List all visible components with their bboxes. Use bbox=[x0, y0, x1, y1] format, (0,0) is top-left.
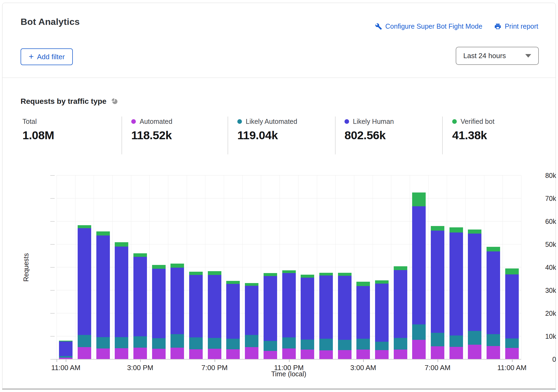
bar-segment-likely-human bbox=[319, 275, 333, 339]
gridline-v bbox=[521, 175, 521, 359]
bar-hour-13[interactable] bbox=[301, 275, 314, 359]
bar-hour-7[interactable] bbox=[189, 272, 203, 359]
chart-plot bbox=[57, 175, 521, 359]
bar-segment-likely-automated bbox=[245, 335, 258, 347]
gridline-v bbox=[298, 175, 298, 359]
configure-super-bot-fight-mode-link[interactable]: Configure Super Bot Fight Mode bbox=[375, 22, 482, 30]
gridline-v bbox=[131, 175, 131, 359]
x-tick-label: 11:00 AM bbox=[51, 364, 80, 372]
y-tick-mark bbox=[50, 221, 55, 222]
bar-segment-automated bbox=[505, 348, 519, 360]
bar-hour-21[interactable] bbox=[449, 227, 463, 359]
bar-segment-verified-bot bbox=[245, 283, 258, 286]
gridline-v bbox=[187, 175, 187, 359]
bar-segment-verified-bot bbox=[449, 227, 463, 232]
x-axis-line bbox=[52, 359, 521, 360]
bar-segment-automated bbox=[301, 350, 314, 359]
bar-hour-4[interactable] bbox=[133, 253, 147, 359]
stat-verified-bot-label: Verified bot bbox=[461, 118, 494, 125]
bar-hour-18[interactable] bbox=[394, 266, 407, 359]
stat-verified-bot-value: 41.38k bbox=[452, 129, 494, 142]
x-tick-label: 7:00 AM bbox=[425, 364, 450, 372]
bar-segment-verified-bot bbox=[115, 242, 128, 246]
time-range-select[interactable]: Last 24 hours bbox=[456, 47, 539, 65]
bar-hour-8[interactable] bbox=[208, 271, 221, 359]
bar-segment-likely-human bbox=[59, 341, 73, 356]
bar-segment-likely-human bbox=[282, 273, 296, 337]
bar-segment-verified-bot bbox=[208, 271, 221, 275]
stat-automated: Automated 118.52k bbox=[131, 118, 172, 142]
bar-hour-23[interactable] bbox=[487, 247, 500, 360]
bar-hour-17[interactable] bbox=[375, 280, 389, 359]
gridline-h bbox=[57, 175, 521, 175]
stat-divider bbox=[228, 117, 228, 154]
print-report-link[interactable]: Print report bbox=[494, 22, 538, 30]
bar-hour-12[interactable] bbox=[282, 270, 296, 359]
likely-human-dot-icon bbox=[344, 119, 349, 124]
bot-analytics-page: Bot Analytics Configure Super Bot Fight … bbox=[0, 0, 558, 392]
bar-segment-automated bbox=[264, 351, 277, 359]
print-link-label: Print report bbox=[505, 22, 538, 30]
bar-segment-verified-bot bbox=[338, 273, 352, 276]
bar-segment-likely-human bbox=[170, 268, 184, 334]
stat-total-label: Total bbox=[22, 118, 37, 125]
bar-segment-verified-bot bbox=[394, 266, 407, 270]
bar-hour-24[interactable] bbox=[505, 268, 519, 359]
bar-segment-likely-automated bbox=[115, 337, 128, 348]
bar-segment-automated bbox=[208, 349, 221, 359]
bar-hour-3[interactable] bbox=[115, 242, 128, 359]
bar-segment-verified-bot bbox=[133, 253, 147, 257]
bar-segment-verified-bot bbox=[505, 268, 519, 274]
x-tick-mark bbox=[438, 359, 438, 362]
bar-segment-automated bbox=[449, 347, 463, 359]
bar-segment-likely-human bbox=[245, 286, 258, 335]
bar-segment-automated bbox=[78, 347, 91, 359]
y-tick-mark bbox=[50, 267, 55, 268]
add-filter-button[interactable]: + Add filter bbox=[21, 48, 73, 65]
bar-hour-6[interactable] bbox=[170, 264, 184, 359]
stat-automated-value: 118.52k bbox=[131, 129, 172, 142]
bar-hour-16[interactable] bbox=[356, 282, 370, 359]
x-tick-label: 3:00 PM bbox=[127, 364, 153, 372]
y-tick-mark bbox=[50, 198, 55, 199]
x-tick-mark bbox=[215, 359, 215, 362]
bar-hour-11[interactable] bbox=[264, 273, 277, 359]
add-filter-label: Add filter bbox=[37, 53, 65, 61]
gridline-v bbox=[224, 175, 224, 359]
bar-segment-likely-human bbox=[133, 257, 147, 336]
bar-hour-22[interactable] bbox=[468, 230, 481, 359]
bar-hour-9[interactable] bbox=[226, 281, 240, 359]
bar-hour-1[interactable] bbox=[78, 225, 91, 359]
bar-segment-likely-human bbox=[226, 284, 240, 339]
bar-hour-2[interactable] bbox=[96, 231, 110, 359]
bar-hour-19[interactable] bbox=[412, 192, 426, 359]
bar-segment-verified-bot bbox=[189, 272, 203, 275]
x-tick-label: 11:00 AM bbox=[497, 364, 527, 372]
bar-segment-verified-bot bbox=[170, 264, 184, 267]
stat-divider bbox=[442, 117, 443, 154]
bar-hour-14[interactable] bbox=[319, 273, 333, 359]
stat-verified-bot: Verified bot 41.38k bbox=[452, 118, 494, 142]
bar-segment-likely-human bbox=[338, 276, 352, 340]
bar-hour-20[interactable] bbox=[431, 226, 444, 359]
bar-hour-5[interactable] bbox=[152, 265, 166, 359]
bar-segment-likely-human bbox=[115, 247, 128, 337]
bar-segment-likely-automated bbox=[356, 339, 370, 350]
bar-segment-likely-automated bbox=[468, 331, 481, 345]
y-axis-title: Requests bbox=[22, 253, 30, 282]
bar-segment-likely-automated bbox=[338, 340, 352, 350]
bar-segment-likely-automated bbox=[226, 339, 240, 349]
stat-divider bbox=[122, 117, 122, 154]
gridline-h bbox=[57, 198, 521, 198]
bar-hour-10[interactable] bbox=[245, 283, 258, 359]
gridline-v bbox=[484, 175, 484, 359]
printer-icon bbox=[494, 23, 501, 30]
bar-segment-likely-automated bbox=[170, 334, 184, 347]
bar-segment-likely-human bbox=[431, 231, 444, 333]
bar-hour-0[interactable] bbox=[59, 341, 73, 359]
page-title: Bot Analytics bbox=[21, 16, 80, 27]
bar-hour-15[interactable] bbox=[338, 273, 352, 359]
configure-link-label: Configure Super Bot Fight Mode bbox=[385, 22, 482, 30]
bar-segment-verified-bot bbox=[282, 270, 296, 273]
automated-dot-icon bbox=[131, 119, 136, 124]
